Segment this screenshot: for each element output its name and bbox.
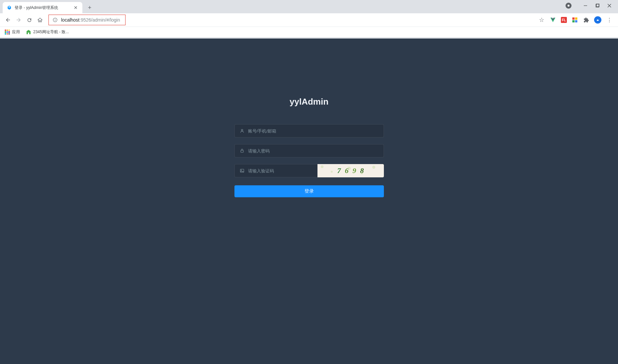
login-form: 7698 登录 [234, 124, 384, 197]
maximize-button[interactable] [593, 1, 602, 10]
account-indicator-icon[interactable] [566, 3, 572, 9]
login-page: yylAdmin [0, 39, 618, 364]
apps-bookmark[interactable]: 应用 [5, 29, 20, 35]
tab-favicon-icon [7, 5, 12, 10]
reload-button[interactable] [25, 15, 34, 25]
nav2345-bookmark[interactable]: 2345网址导航 - 致... [26, 29, 69, 35]
svg-rect-11 [573, 20, 575, 23]
username-row [234, 124, 384, 137]
svg-rect-14 [240, 150, 243, 152]
login-button[interactable]: 登录 [234, 185, 384, 197]
password-row [234, 144, 384, 157]
svg-rect-12 [575, 20, 577, 23]
svg-rect-10 [575, 18, 577, 20]
captcha-row: 7698 [234, 164, 384, 177]
nav2345-bookmark-label: 2345网址导航 - 致... [33, 29, 69, 35]
address-bar-row: localhost:9526/admin/#/login ☆ FL ⋮ [0, 13, 618, 27]
toolbar-icons: ☆ FL ⋮ [538, 16, 615, 24]
tab-close-icon[interactable]: ✕ [73, 5, 78, 10]
vue-devtools-icon[interactable] [550, 17, 556, 23]
extensions-puzzle-icon[interactable] [583, 17, 589, 23]
tab-bar: 登录 - yylAdmin管理系统 ✕ + [0, 0, 618, 13]
new-tab-button[interactable]: + [85, 3, 94, 12]
browser-tab[interactable]: 登录 - yylAdmin管理系统 ✕ [3, 2, 82, 13]
forward-button[interactable] [14, 15, 23, 25]
apps-grid-icon [5, 30, 10, 35]
url-port: :9526 [79, 17, 91, 23]
bookmarks-bar: 应用 2345网址导航 - 致... [0, 27, 618, 37]
svg-point-0 [568, 5, 570, 7]
username-input[interactable] [248, 125, 379, 137]
url-path: /admin/#/login [91, 17, 120, 23]
bookmark-star-icon[interactable]: ☆ [538, 17, 545, 23]
back-button[interactable] [3, 15, 13, 25]
user-icon [239, 128, 245, 134]
chrome-menu-icon[interactable]: ⋮ [606, 17, 613, 23]
home-button[interactable] [35, 15, 44, 25]
svg-point-8 [55, 19, 55, 19]
captcha-image[interactable]: 7698 [317, 164, 384, 177]
url-text: localhost:9526/admin/#/login [61, 17, 120, 23]
extension-google-icon[interactable] [572, 17, 578, 23]
site-info-icon[interactable] [52, 17, 58, 23]
svg-rect-9 [573, 18, 575, 20]
lock-icon [239, 148, 245, 153]
password-input[interactable] [248, 144, 379, 157]
page-title: yylAdmin [290, 97, 328, 107]
svg-point-16 [241, 170, 241, 170]
nav2345-favicon-icon [26, 30, 31, 35]
minimize-button[interactable] [581, 1, 590, 10]
apps-bookmark-label: 应用 [12, 29, 20, 35]
svg-point-13 [241, 129, 243, 131]
close-window-button[interactable] [605, 1, 614, 10]
extension-red-icon[interactable]: FL [561, 17, 567, 23]
profile-avatar-icon[interactable] [594, 16, 601, 24]
address-bar[interactable]: localhost:9526/admin/#/login [48, 15, 534, 25]
browser-chrome: 登录 - yylAdmin管理系统 ✕ + [0, 0, 618, 39]
url-host: localhost [61, 17, 79, 23]
captcha-input[interactable] [248, 164, 313, 177]
tab-title: 登录 - yylAdmin管理系统 [15, 5, 58, 11]
image-icon [239, 168, 245, 173]
window-controls [566, 0, 618, 13]
